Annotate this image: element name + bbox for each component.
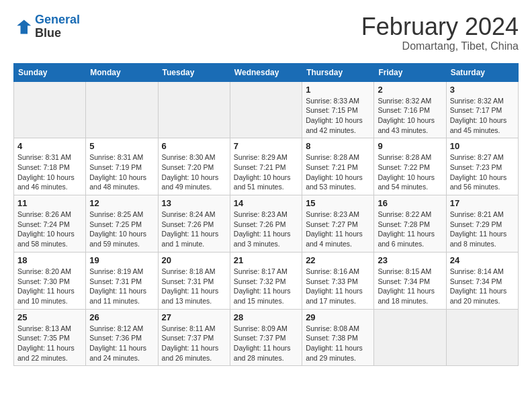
calendar-cell — [14, 81, 86, 138]
day-number: 13 — [162, 198, 226, 208]
calendar-week-row: 11Sunrise: 8:26 AMSunset: 7:24 PMDayligh… — [14, 195, 519, 253]
day-number: 2 — [378, 85, 442, 95]
day-number: 10 — [450, 141, 515, 151]
calendar-cell: 12Sunrise: 8:25 AMSunset: 7:25 PMDayligh… — [86, 195, 158, 253]
day-number: 18 — [17, 255, 82, 265]
calendar-cell: 23Sunrise: 8:15 AMSunset: 7:34 PMDayligh… — [374, 252, 446, 309]
day-info: Sunrise: 8:13 AMSunset: 7:35 PMDaylight:… — [17, 324, 82, 363]
calendar-cell: 3Sunrise: 8:32 AMSunset: 7:17 PMDaylight… — [446, 81, 518, 138]
calendar-week-row: 4Sunrise: 8:31 AMSunset: 7:18 PMDaylight… — [14, 138, 519, 195]
day-info: Sunrise: 8:20 AMSunset: 7:30 PMDaylight:… — [17, 267, 82, 306]
calendar-cell: 11Sunrise: 8:26 AMSunset: 7:24 PMDayligh… — [14, 195, 86, 253]
weekday-header-cell: Thursday — [302, 63, 374, 81]
calendar-cell: 13Sunrise: 8:24 AMSunset: 7:26 PMDayligh… — [158, 195, 230, 253]
calendar-cell — [158, 81, 230, 138]
calendar-body: 1Sunrise: 8:33 AMSunset: 7:15 PMDaylight… — [14, 81, 519, 366]
weekday-header-row: SundayMondayTuesdayWednesdayThursdayFrid… — [14, 63, 519, 81]
day-number: 21 — [234, 255, 298, 265]
logo-icon — [13, 17, 32, 36]
day-info: Sunrise: 8:31 AMSunset: 7:19 PMDaylight:… — [89, 152, 154, 192]
day-info: Sunrise: 8:32 AMSunset: 7:17 PMDaylight:… — [450, 96, 515, 136]
weekday-header-cell: Friday — [374, 63, 446, 81]
day-number: 16 — [378, 198, 442, 208]
calendar-cell: 18Sunrise: 8:20 AMSunset: 7:30 PMDayligh… — [14, 252, 86, 309]
calendar-cell: 10Sunrise: 8:27 AMSunset: 7:23 PMDayligh… — [446, 138, 518, 195]
day-info: Sunrise: 8:15 AMSunset: 7:34 PMDaylight:… — [378, 267, 442, 306]
day-number: 5 — [89, 141, 154, 151]
weekday-header-cell: Saturday — [446, 63, 518, 81]
day-info: Sunrise: 8:23 AMSunset: 7:27 PMDaylight:… — [306, 210, 370, 249]
calendar-cell — [374, 309, 446, 366]
location-subtitle: Domartang, Tibet, China — [361, 40, 519, 52]
calendar-cell: 6Sunrise: 8:30 AMSunset: 7:20 PMDaylight… — [158, 138, 230, 195]
calendar-week-row: 1Sunrise: 8:33 AMSunset: 7:15 PMDaylight… — [14, 81, 519, 138]
day-info: Sunrise: 8:28 AMSunset: 7:22 PMDaylight:… — [378, 152, 442, 192]
day-number: 6 — [162, 141, 226, 151]
calendar-cell: 1Sunrise: 8:33 AMSunset: 7:15 PMDaylight… — [302, 81, 374, 138]
calendar-cell: 24Sunrise: 8:14 AMSunset: 7:34 PMDayligh… — [446, 252, 518, 309]
calendar-cell: 19Sunrise: 8:19 AMSunset: 7:31 PMDayligh… — [86, 252, 158, 309]
day-info: Sunrise: 8:17 AMSunset: 7:32 PMDaylight:… — [234, 267, 298, 306]
calendar-cell: 26Sunrise: 8:12 AMSunset: 7:36 PMDayligh… — [86, 309, 158, 366]
day-number: 23 — [378, 255, 442, 265]
day-info: Sunrise: 8:26 AMSunset: 7:24 PMDaylight:… — [17, 210, 82, 249]
calendar-cell: 14Sunrise: 8:23 AMSunset: 7:26 PMDayligh… — [230, 195, 302, 253]
page-header: GeneralBlue February 2024 Domartang, Tib… — [13, 13, 519, 52]
logo: GeneralBlue — [13, 13, 80, 40]
day-info: Sunrise: 8:21 AMSunset: 7:29 PMDaylight:… — [450, 210, 515, 249]
calendar-cell: 5Sunrise: 8:31 AMSunset: 7:19 PMDaylight… — [86, 138, 158, 195]
calendar-cell: 16Sunrise: 8:22 AMSunset: 7:28 PMDayligh… — [374, 195, 446, 253]
day-info: Sunrise: 8:23 AMSunset: 7:26 PMDaylight:… — [234, 210, 298, 249]
calendar-cell: 4Sunrise: 8:31 AMSunset: 7:18 PMDaylight… — [14, 138, 86, 195]
day-number: 7 — [234, 141, 298, 151]
day-number: 3 — [450, 85, 515, 95]
day-number: 29 — [306, 312, 370, 322]
calendar-cell — [446, 309, 518, 366]
calendar-cell — [86, 81, 158, 138]
day-info: Sunrise: 8:11 AMSunset: 7:37 PMDaylight:… — [162, 324, 226, 363]
day-info: Sunrise: 8:14 AMSunset: 7:34 PMDaylight:… — [450, 267, 515, 306]
day-number: 28 — [234, 312, 298, 322]
svg-marker-1 — [17, 19, 31, 34]
day-number: 1 — [306, 85, 370, 95]
calendar-cell: 25Sunrise: 8:13 AMSunset: 7:35 PMDayligh… — [14, 309, 86, 366]
day-info: Sunrise: 8:33 AMSunset: 7:15 PMDaylight:… — [306, 96, 370, 136]
day-number: 12 — [89, 198, 154, 208]
day-number: 19 — [89, 255, 154, 265]
day-number: 9 — [378, 141, 442, 151]
calendar-cell: 22Sunrise: 8:16 AMSunset: 7:33 PMDayligh… — [302, 252, 374, 309]
day-number: 26 — [89, 312, 154, 322]
calendar-cell: 8Sunrise: 8:28 AMSunset: 7:21 PMDaylight… — [302, 138, 374, 195]
day-info: Sunrise: 8:16 AMSunset: 7:33 PMDaylight:… — [306, 267, 370, 306]
day-number: 27 — [162, 312, 226, 322]
day-number: 14 — [234, 198, 298, 208]
weekday-header-cell: Tuesday — [158, 63, 230, 81]
calendar-cell: 29Sunrise: 8:08 AMSunset: 7:38 PMDayligh… — [302, 309, 374, 366]
calendar-cell: 20Sunrise: 8:18 AMSunset: 7:31 PMDayligh… — [158, 252, 230, 309]
calendar-cell: 15Sunrise: 8:23 AMSunset: 7:27 PMDayligh… — [302, 195, 374, 253]
day-info: Sunrise: 8:19 AMSunset: 7:31 PMDaylight:… — [89, 267, 154, 306]
calendar-cell: 9Sunrise: 8:28 AMSunset: 7:22 PMDaylight… — [374, 138, 446, 195]
logo-text: GeneralBlue — [35, 13, 80, 40]
calendar-cell: 27Sunrise: 8:11 AMSunset: 7:37 PMDayligh… — [158, 309, 230, 366]
day-info: Sunrise: 8:29 AMSunset: 7:21 PMDaylight:… — [234, 152, 298, 192]
day-info: Sunrise: 8:32 AMSunset: 7:16 PMDaylight:… — [378, 96, 442, 136]
calendar-cell: 7Sunrise: 8:29 AMSunset: 7:21 PMDaylight… — [230, 138, 302, 195]
weekday-header-cell: Monday — [86, 63, 158, 81]
month-title: February 2024 — [361, 13, 519, 40]
day-number: 24 — [450, 255, 515, 265]
title-block: February 2024 Domartang, Tibet, China — [361, 13, 519, 52]
day-number: 11 — [17, 198, 82, 208]
day-number: 22 — [306, 255, 370, 265]
day-number: 20 — [162, 255, 226, 265]
day-info: Sunrise: 8:09 AMSunset: 7:37 PMDaylight:… — [234, 324, 298, 363]
calendar-cell: 17Sunrise: 8:21 AMSunset: 7:29 PMDayligh… — [446, 195, 518, 253]
calendar-week-row: 25Sunrise: 8:13 AMSunset: 7:35 PMDayligh… — [14, 309, 519, 366]
day-info: Sunrise: 8:22 AMSunset: 7:28 PMDaylight:… — [378, 210, 442, 249]
day-info: Sunrise: 8:08 AMSunset: 7:38 PMDaylight:… — [306, 324, 370, 363]
day-info: Sunrise: 8:24 AMSunset: 7:26 PMDaylight:… — [162, 210, 226, 249]
day-info: Sunrise: 8:27 AMSunset: 7:23 PMDaylight:… — [450, 152, 515, 192]
day-number: 25 — [17, 312, 82, 322]
calendar-cell: 2Sunrise: 8:32 AMSunset: 7:16 PMDaylight… — [374, 81, 446, 138]
calendar-cell: 21Sunrise: 8:17 AMSunset: 7:32 PMDayligh… — [230, 252, 302, 309]
